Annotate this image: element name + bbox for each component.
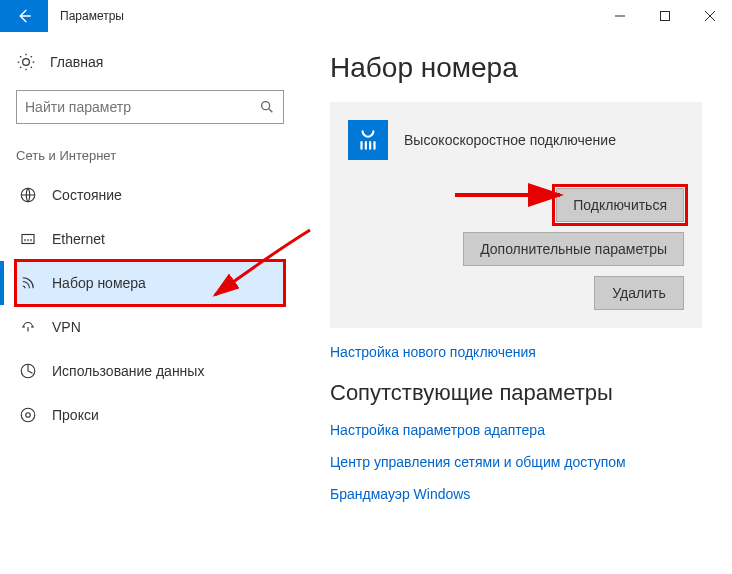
related-section-title: Сопутствующие параметры (330, 380, 702, 406)
sidebar-item-label: Набор номера (52, 275, 146, 291)
arrow-left-icon (15, 7, 33, 25)
sidebar-item-ethernet[interactable]: Ethernet (16, 217, 284, 261)
search-box[interactable] (16, 90, 284, 124)
svg-point-5 (21, 408, 35, 422)
sidebar-item-label: Прокси (52, 407, 99, 423)
titlebar: Параметры (0, 0, 732, 32)
advanced-button[interactable]: Дополнительные параметры (463, 232, 684, 266)
sidebar-item-label: Состояние (52, 187, 122, 203)
sidebar-item-vpn[interactable]: VPN (16, 305, 284, 349)
minimize-button[interactable] (597, 0, 642, 32)
system-buttons (597, 0, 732, 32)
window-title: Параметры (48, 9, 597, 23)
link-firewall[interactable]: Брандмауэр Windows (330, 486, 702, 502)
svg-point-1 (262, 102, 270, 110)
proxy-icon (18, 405, 38, 425)
svg-point-6 (26, 413, 31, 418)
sidebar-item-label: VPN (52, 319, 81, 335)
ethernet-icon (18, 229, 38, 249)
minimize-icon (615, 11, 625, 21)
sidebar-item-dialup[interactable]: Набор номера (16, 261, 284, 305)
close-icon (705, 11, 715, 21)
sidebar-item-label: Использование данных (52, 363, 204, 379)
sidebar-item-proxy[interactable]: Прокси (16, 393, 284, 437)
connection-row[interactable]: Высокоскоростное подключение (348, 120, 684, 160)
close-button[interactable] (687, 0, 732, 32)
maximize-button[interactable] (642, 0, 687, 32)
dialup-icon (18, 273, 38, 293)
link-adapter-settings[interactable]: Настройка параметров адаптера (330, 422, 702, 438)
svg-rect-0 (660, 12, 669, 21)
connection-icon (348, 120, 388, 160)
link-network-sharing[interactable]: Центр управления сетями и общим доступом (330, 454, 702, 470)
link-new-connection[interactable]: Настройка нового подключения (330, 344, 702, 360)
sidebar: Главная Сеть и Интернет Состояние Ethern… (0, 32, 300, 574)
sidebar-home[interactable]: Главная (16, 52, 284, 72)
sidebar-group-header: Сеть и Интернет (16, 148, 284, 163)
gear-icon (16, 52, 36, 72)
search-icon (259, 99, 275, 115)
search-input[interactable] (25, 99, 259, 115)
data-usage-icon (18, 361, 38, 381)
connect-button[interactable]: Подключиться (556, 188, 684, 222)
sidebar-item-status[interactable]: Состояние (16, 173, 284, 217)
globe-icon (18, 185, 38, 205)
connection-panel: Высокоскоростное подключение Подключитьс… (330, 102, 702, 328)
sidebar-home-label: Главная (50, 54, 103, 70)
main-content: Набор номера Высокоскоростное подключени… (300, 32, 732, 574)
back-button[interactable] (0, 0, 48, 32)
delete-button[interactable]: Удалить (594, 276, 684, 310)
page-title: Набор номера (330, 52, 702, 84)
sidebar-item-label: Ethernet (52, 231, 105, 247)
vpn-icon (18, 317, 38, 337)
maximize-icon (660, 11, 670, 21)
connection-name: Высокоскоростное подключение (404, 132, 616, 148)
sidebar-item-data-usage[interactable]: Использование данных (16, 349, 284, 393)
